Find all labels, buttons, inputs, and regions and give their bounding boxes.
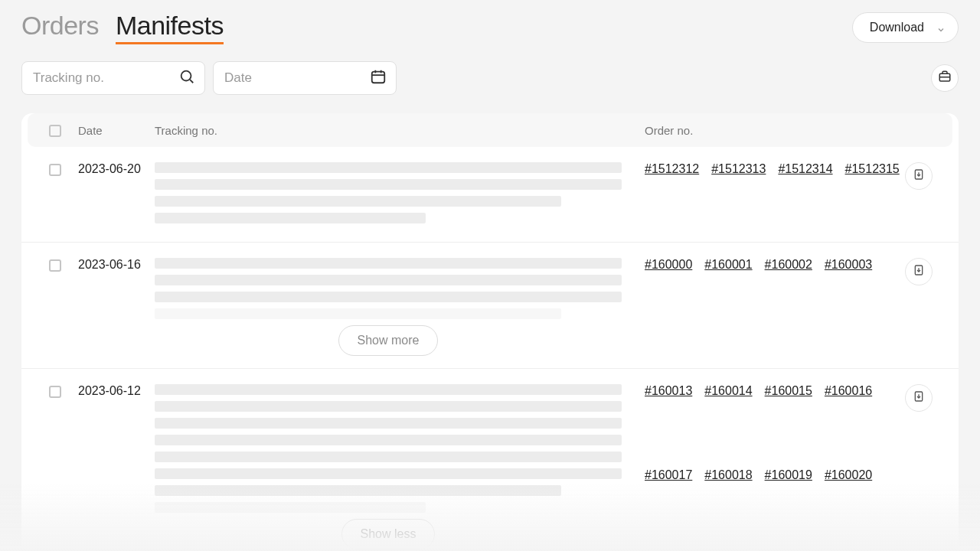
tracking-skeleton: [155, 162, 645, 230]
date-input-wrap: [213, 61, 397, 95]
order-link[interactable]: #160020: [825, 468, 872, 549]
tab-orders[interactable]: Orders: [21, 11, 99, 41]
order-link[interactable]: #160000: [645, 258, 692, 356]
order-link[interactable]: #1512315: [845, 162, 900, 230]
download-icon: [913, 390, 925, 406]
col-order: Order no.: [645, 124, 905, 137]
order-link[interactable]: #160002: [765, 258, 812, 356]
order-link[interactable]: #160017: [645, 468, 692, 549]
show-less-button[interactable]: Show less: [341, 519, 436, 549]
order-link[interactable]: #160013: [645, 384, 692, 465]
row-checkbox[interactable]: [49, 386, 61, 398]
order-link[interactable]: #1512314: [778, 162, 832, 230]
order-link[interactable]: #160014: [704, 384, 752, 465]
svg-line-1: [190, 80, 193, 83]
download-label: Download: [870, 21, 924, 34]
briefcase-icon: [938, 70, 952, 86]
order-link[interactable]: #160001: [704, 258, 752, 356]
svg-rect-2: [372, 72, 385, 83]
tracking-search-input[interactable]: [33, 70, 194, 86]
svg-point-0: [181, 71, 191, 81]
col-tracking: Tracking no.: [155, 124, 645, 137]
order-link[interactable]: #160016: [825, 384, 872, 465]
row-date: 2023-06-20: [78, 162, 155, 230]
row-date: 2023-06-16: [78, 258, 155, 356]
briefcase-button[interactable]: [931, 64, 959, 92]
calendar-icon: [370, 68, 387, 88]
col-date: Date: [78, 124, 155, 137]
order-link[interactable]: #160003: [825, 258, 872, 356]
download-button[interactable]: Download: [852, 12, 959, 43]
select-all-checkbox[interactable]: [49, 125, 61, 137]
tab-manifests[interactable]: Manifests: [116, 11, 224, 44]
show-more-button[interactable]: Show more: [338, 325, 439, 356]
search-icon: [178, 68, 195, 88]
tracking-skeleton: Show less: [155, 384, 645, 549]
tracking-search-wrap: [21, 61, 205, 95]
row-checkbox[interactable]: [49, 164, 61, 176]
order-link[interactable]: #160019: [765, 468, 812, 549]
row-date: 2023-06-12: [78, 384, 155, 549]
row-download-button[interactable]: [905, 384, 933, 412]
order-link[interactable]: #160018: [704, 468, 752, 549]
row-download-button[interactable]: [905, 258, 933, 285]
download-icon: [913, 168, 925, 184]
table-row: 2023-06-12Show less#160013#160014#160015…: [21, 369, 959, 551]
table-row: 2023-06-16Show more#160000#160001#160002…: [21, 243, 959, 369]
order-link[interactable]: #1512312: [645, 162, 699, 230]
download-icon: [913, 264, 925, 279]
tracking-skeleton: Show more: [155, 258, 645, 356]
chevron-down-icon: [936, 24, 946, 37]
table-row: 2023-06-20#1512312#1512313#1512314#15123…: [21, 147, 959, 243]
date-input[interactable]: [224, 70, 385, 86]
row-checkbox[interactable]: [49, 259, 61, 272]
order-link[interactable]: #160015: [765, 384, 812, 465]
order-link[interactable]: #1512313: [711, 162, 766, 230]
row-download-button[interactable]: [905, 162, 933, 190]
